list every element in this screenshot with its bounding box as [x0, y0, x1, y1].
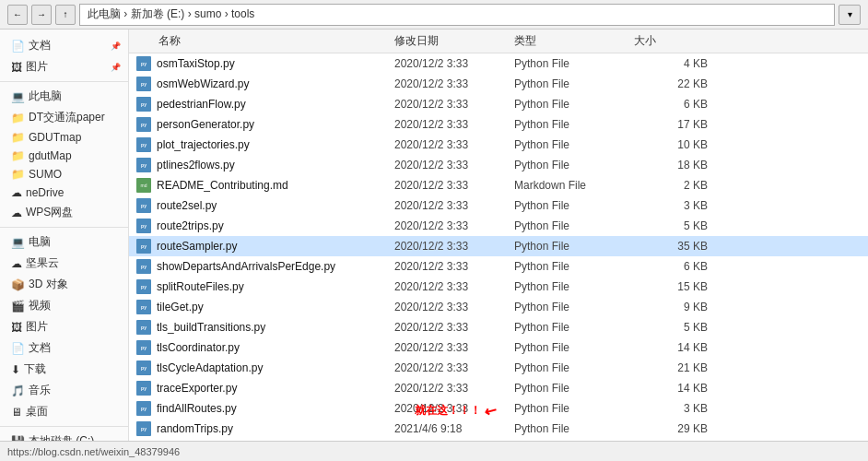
- col-size-header[interactable]: 大小: [634, 33, 708, 49]
- file-type-cell: Python File: [514, 219, 634, 232]
- sidebar-label: 音乐: [29, 383, 51, 398]
- download-icon: ⬇: [11, 363, 20, 376]
- file-name-text: tlsCycleAdaptation.py: [157, 361, 263, 374]
- table-row[interactable]: py tlsCycleAdaptation.py 2020/12/2 3:33 …: [129, 358, 868, 378]
- col-date-header[interactable]: 修改日期: [394, 33, 514, 49]
- python-file-icon: py: [136, 219, 151, 233]
- file-name-cell: md README_Contributing.md: [136, 178, 394, 193]
- python-file-icon: py: [136, 198, 151, 213]
- sidebar-item-music[interactable]: 🎵 音乐: [0, 380, 128, 401]
- table-row[interactable]: py tlsCoordinator.py 2020/12/2 3:33 Pyth…: [129, 337, 868, 358]
- file-date-cell: 2020/12/2 3:33: [394, 219, 514, 232]
- file-name-cell: py osmWebWizard.py: [136, 77, 394, 91]
- back-button[interactable]: ←: [7, 5, 28, 25]
- col-name-header[interactable]: 名称: [136, 33, 394, 49]
- sidebar-item-gdutmap2[interactable]: 📁 gdutMap: [0, 147, 128, 165]
- sidebar-label: 图片: [26, 59, 48, 75]
- table-row[interactable]: py personGenerator.py 2020/12/2 3:33 Pyt…: [129, 114, 868, 135]
- sidebar-item-downloads[interactable]: ⬇ 下载: [0, 359, 128, 380]
- file-size-cell: 21 KB: [634, 361, 708, 374]
- sidebar-item-onedrive[interactable]: ☁ neDrive: [0, 183, 128, 202]
- python-file-icon: py: [136, 117, 151, 132]
- file-name-text: route2trips.py: [157, 219, 224, 232]
- sidebar-label: SUMO: [29, 168, 62, 181]
- forward-button[interactable]: →: [31, 5, 52, 25]
- table-row[interactable]: py showDepartsAndArrivalsPerEdge.py 2020…: [129, 256, 868, 277]
- address-bar[interactable]: 此电脑 › 新加卷 (E:) › sumo › tools 所在路径 →: [79, 4, 835, 26]
- file-list: py osmTaxiStop.py 2020/12/2 3:33 Python …: [129, 53, 868, 441]
- table-row[interactable]: md README_Contributing.md 2020/12/2 3:33…: [129, 175, 868, 195]
- sidebar-item-wps[interactable]: ☁ WPS网盘: [0, 202, 128, 223]
- file-type-cell: Python File: [514, 118, 634, 131]
- file-type-cell: Python File: [514, 321, 634, 334]
- table-row[interactable]: py findAllRoutes.py 2020/12/2 3:33 Pytho…: [129, 398, 868, 419]
- file-type-cell: Python File: [514, 301, 634, 313]
- file-date-cell: 2020/12/2 3:33: [394, 57, 514, 70]
- file-type-cell: Python File: [514, 77, 634, 90]
- file-name-cell: py tileGet.py: [136, 300, 394, 314]
- table-row[interactable]: py tileGet.py 2020/12/2 3:33 Python File…: [129, 297, 868, 317]
- file-name-cell: py traceExporter.py: [136, 381, 394, 396]
- table-row[interactable]: py route2trips.py 2020/12/2 3:33 Python …: [129, 216, 868, 236]
- sidebar-item-sumo[interactable]: 📁 SUMO: [0, 165, 128, 183]
- file-size-cell: 3 KB: [634, 199, 708, 212]
- file-size-cell: 4 KB: [634, 57, 708, 70]
- python-file-icon: py: [136, 401, 151, 416]
- sidebar-item-documents[interactable]: 📄 文档 📌: [0, 35, 128, 56]
- sidebar-label: WPS网盘: [26, 205, 73, 220]
- desktop-icon: 🖥: [11, 406, 22, 419]
- sidebar-label: 文档: [29, 38, 51, 53]
- file-name-cell: py findAllRoutes.py: [136, 401, 394, 416]
- sidebar-item-desktop[interactable]: 🖥 桌面: [0, 401, 128, 422]
- sidebar-item-computer[interactable]: 💻 电脑: [0, 231, 128, 253]
- sidebar-item-dt[interactable]: 📁 DT交通流paper: [0, 107, 128, 128]
- cloud-icon: ☁: [11, 257, 22, 270]
- pin-icon: 📌: [111, 63, 121, 72]
- table-row[interactable]: py splitRouteFiles.py 2020/12/2 3:33 Pyt…: [129, 277, 868, 297]
- sidebar-item-thispc[interactable]: 💻 此电脑: [0, 86, 128, 107]
- col-type-header[interactable]: 类型: [514, 33, 634, 49]
- dropdown-button[interactable]: ▾: [839, 5, 861, 25]
- sidebar-item-pictures[interactable]: 🖼 图片 📌: [0, 56, 128, 77]
- sidebar-label: 此电脑: [29, 89, 62, 104]
- folder-icon: 📁: [11, 131, 25, 144]
- sidebar-label: 3D 对象: [29, 277, 68, 292]
- sidebar-label: 视频: [29, 298, 51, 313]
- sidebar-label: 下载: [24, 361, 46, 377]
- table-row[interactable]: py route2sel.py 2020/12/2 3:33 Python Fi…: [129, 195, 868, 216]
- file-type-cell: Python File: [514, 422, 634, 435]
- sidebar-item-jianguo[interactable]: ☁ 坚果云: [0, 253, 128, 274]
- sidebar-item-diskc[interactable]: 💾 本地磁盘 (C:): [0, 431, 128, 441]
- table-row[interactable]: py randomTrips.py 2021/4/6 9:18 Python F…: [129, 419, 868, 439]
- sidebar-item-video[interactable]: 🎬 视频: [0, 295, 128, 316]
- table-row[interactable]: py plot_trajectories.py 2020/12/2 3:33 P…: [129, 135, 868, 155]
- sidebar-item-pictures2[interactable]: 🖼 图片: [0, 316, 128, 337]
- table-row[interactable]: py pedestrianFlow.py 2020/12/2 3:33 Pyth…: [129, 94, 868, 114]
- folder-icon: 📁: [11, 112, 25, 124]
- sidebar-item-3d[interactable]: 📦 3D 对象: [0, 274, 128, 295]
- table-row[interactable]: py osmTaxiStop.py 2020/12/2 3:33 Python …: [129, 53, 868, 74]
- sidebar-divider: [0, 426, 128, 427]
- table-row[interactable]: py ptlines2flows.py 2020/12/2 3:33 Pytho…: [129, 155, 868, 175]
- file-name-cell: py plot_trajectories.py: [136, 137, 394, 152]
- file-type-cell: Python File: [514, 138, 634, 151]
- file-date-cell: 2020/12/2 3:33: [394, 341, 514, 354]
- sidebar-label: 图片: [26, 319, 48, 335]
- file-name-cell: py showDepartsAndArrivalsPerEdge.py: [136, 259, 394, 274]
- folder-icon: 📁: [11, 168, 25, 181]
- python-file-icon: py: [136, 158, 151, 172]
- documents-icon: 📄: [11, 40, 25, 53]
- folder-icon: 📁: [11, 149, 25, 162]
- up-button[interactable]: ↑: [55, 5, 76, 25]
- table-row[interactable]: py routeSampler.py 2020/12/2 3:33 Python…: [129, 236, 868, 256]
- table-row[interactable]: py osmWebWizard.py 2020/12/2 3:33 Python…: [129, 74, 868, 94]
- table-row[interactable]: xml gdut.net.xml 2021/4/29 14:38 XML 文档 …: [129, 439, 868, 441]
- table-row[interactable]: py traceExporter.py 2020/12/2 3:33 Pytho…: [129, 378, 868, 398]
- file-date-cell: 2020/12/2 3:33: [394, 179, 514, 192]
- docs-icon: 📄: [11, 342, 25, 355]
- file-size-cell: 2 KB: [634, 179, 708, 192]
- sidebar-item-gdutmap[interactable]: 📁 GDUTmap: [0, 128, 128, 147]
- file-date-cell: 2020/12/2 3:33: [394, 382, 514, 395]
- table-row[interactable]: py tls_buildTransitions.py 2020/12/2 3:3…: [129, 317, 868, 337]
- sidebar-item-docs2[interactable]: 📄 文档: [0, 337, 128, 359]
